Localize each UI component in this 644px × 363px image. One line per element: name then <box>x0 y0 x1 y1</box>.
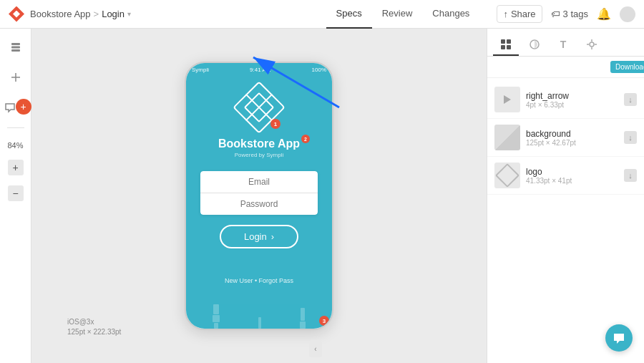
svg-rect-0 <box>11 43 20 45</box>
chat-button[interactable] <box>605 324 633 352</box>
canvas-bottom-info: iOS@3x 125pt × 222.33pt <box>67 297 121 357</box>
left-toolbar: + 84% + − <box>0 29 31 363</box>
app-logo: 1 <box>239 87 279 127</box>
layers-tool[interactable] <box>6 37 26 57</box>
login-form <box>200 171 318 215</box>
svg-rect-7 <box>501 39 505 44</box>
phone-illustration <box>186 293 332 329</box>
share-button[interactable]: ↑ Share <box>497 5 542 23</box>
asset-info: right_arrow 4pt × 6.33pt <box>526 91 618 109</box>
bottom-links[interactable]: New User • Forgot Pass <box>225 277 293 284</box>
time-label: 9:41 AM <box>250 67 270 73</box>
carrier-label: Sympli <box>192 67 209 73</box>
tab-specs[interactable]: Specs <box>326 0 372 29</box>
phone-app-subtitle: Powered by Sympli <box>235 152 283 158</box>
nav-tabs: Specs Review Changes <box>326 0 480 29</box>
breadcrumb-page[interactable]: Login <box>102 9 125 19</box>
asset-item-right-arrow[interactable]: right_arrow 4pt × 6.33pt ↓ <box>487 81 644 119</box>
svg-rect-9 <box>501 45 505 49</box>
zoom-level: 84% <box>7 141 23 150</box>
panel-tabs: T <box>487 29 644 57</box>
share-icon: ↑ <box>503 9 508 19</box>
nav-actions: ↑ Share 🏷 3 tags 🔔 <box>497 5 635 23</box>
asset-download-button-1[interactable]: ↓ <box>624 131 637 144</box>
phone-mockup: Sympli 9:41 AM 100% 1 Bookstore App 2 <box>185 62 333 330</box>
zoom-in-button[interactable]: + <box>8 160 24 175</box>
main-content: + 84% + − Sympli 9:41 AM 10 <box>0 29 644 363</box>
breadcrumb: Bookstore App > Login ▾ <box>30 9 131 19</box>
svg-rect-1 <box>11 47 20 49</box>
breadcrumb-sep: > <box>94 9 99 19</box>
password-input[interactable] <box>200 193 318 215</box>
panel-tab-assets[interactable] <box>493 34 519 56</box>
phone-bottom: New User • Forgot Pass 3 <box>186 271 332 329</box>
tab-review[interactable]: Review <box>372 0 423 29</box>
panel-items-list: right_arrow 4pt × 6.33pt ↓ background 12… <box>487 78 644 363</box>
email-input[interactable] <box>200 171 318 193</box>
asset-thumb-arrow <box>494 87 520 112</box>
svg-rect-2 <box>11 49 20 52</box>
login-arrow-icon: › <box>271 231 274 242</box>
bottom-badge-3: 3 <box>319 316 329 326</box>
app-logo-icon <box>9 6 24 22</box>
phone-screen: 1 Bookstore App 2 Powered by Sympli Logi… <box>186 76 332 271</box>
asset-info: background 125pt × 42.67pt <box>526 129 618 147</box>
login-button[interactable]: Login › <box>220 225 298 248</box>
avatar[interactable] <box>620 6 635 22</box>
tab-changes[interactable]: Changes <box>422 0 479 29</box>
asset-item-background[interactable]: background 125pt × 42.67pt ↓ <box>487 119 644 157</box>
panel-tab-components[interactable] <box>579 34 605 56</box>
search-input[interactable] <box>499 62 606 72</box>
cursor-tool[interactable] <box>6 67 26 87</box>
battery-label: 100% <box>312 67 326 73</box>
add-comment-button[interactable]: + <box>16 99 31 115</box>
panel-tab-colors[interactable] <box>522 34 547 56</box>
panel-tab-text[interactable]: T <box>550 34 576 56</box>
breadcrumb-app[interactable]: Bookstore App <box>30 9 91 19</box>
svg-rect-10 <box>507 45 511 49</box>
asset-info: logo 41.33pt × 41pt <box>526 167 618 185</box>
svg-rect-8 <box>507 39 511 44</box>
bell-icon[interactable]: 🔔 <box>597 7 611 21</box>
asset-download-button-0[interactable]: ↓ <box>624 93 637 106</box>
title-badge-2: 2 <box>301 135 310 143</box>
asset-thumb-background <box>494 125 520 150</box>
breadcrumb-chevron[interactable]: ▾ <box>127 10 131 18</box>
canvas-area[interactable]: Sympli 9:41 AM 100% 1 Bookstore App 2 <box>31 29 487 363</box>
zoom-out-button[interactable]: − <box>8 185 24 201</box>
right-panel: T Download All ↓ <box>487 29 644 363</box>
tags-button[interactable]: 🏷 3 tags <box>551 9 588 19</box>
toolbar-separator <box>7 127 24 128</box>
asset-item-logo[interactable]: logo 41.33pt × 41pt ↓ <box>487 157 644 195</box>
svg-point-12 <box>590 42 594 47</box>
asset-thumb-logo <box>494 163 520 188</box>
asset-download-button-2[interactable]: ↓ <box>624 169 637 182</box>
tag-icon: 🏷 <box>551 9 560 19</box>
top-nav: Bookstore App > Login ▾ Specs Review Cha… <box>0 0 644 29</box>
logo-badge-1: 1 <box>270 119 280 129</box>
phone-app-title: Bookstore App 2 <box>218 137 300 150</box>
panel-search-bar: Download All ↓ <box>487 57 644 78</box>
download-all-button[interactable]: Download All ↓ <box>610 61 644 73</box>
collapse-panel-button[interactable]: ‹ <box>309 340 322 357</box>
phone-status-bar: Sympli 9:41 AM 100% <box>186 63 332 76</box>
comment-tool-row: + <box>0 97 31 117</box>
